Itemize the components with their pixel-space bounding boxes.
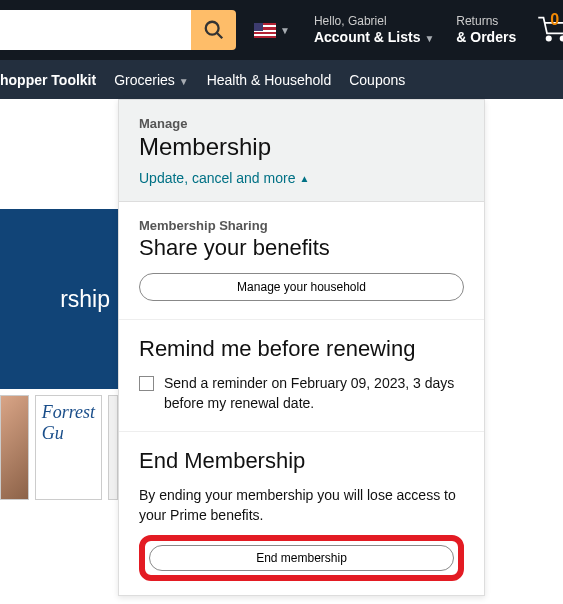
- cart-icon-wrap: 0: [536, 14, 563, 46]
- search-icon: [203, 19, 225, 41]
- thumbnail-2[interactable]: Forrest Gu: [35, 395, 102, 500]
- chevron-up-icon: ▲: [299, 173, 309, 184]
- search-input[interactable]: [0, 10, 191, 50]
- nav-item-groceries[interactable]: Groceries ▼: [114, 72, 188, 88]
- nav-item-health[interactable]: Health & Household: [207, 72, 332, 88]
- remind-section: Remind me before renewing Send a reminde…: [119, 320, 484, 432]
- header-bar: ▼ Hello, Gabriel Account & Lists ▼ Retur…: [0, 0, 563, 60]
- share-label: Membership Sharing: [139, 218, 464, 233]
- returns-orders[interactable]: Returns & Orders: [450, 14, 522, 45]
- nav-bar: hopper Toolkit Groceries ▼ Health & Hous…: [0, 60, 563, 99]
- svg-line-1: [216, 33, 222, 39]
- account-lists-label: Account & Lists ▼: [314, 29, 434, 46]
- manage-label: Manage: [139, 116, 464, 131]
- account-menu[interactable]: Hello, Gabriel Account & Lists ▼: [308, 14, 440, 45]
- search-button[interactable]: [191, 10, 236, 50]
- thumbnail-3[interactable]: [108, 395, 118, 500]
- search-wrap: [0, 10, 236, 50]
- svg-point-0: [205, 22, 218, 35]
- share-title: Share your benefits: [139, 235, 464, 261]
- remind-text: Send a reminder on February 09, 2023, 3 …: [164, 374, 464, 413]
- us-flag-icon: [254, 23, 276, 38]
- chevron-down-icon: ▼: [424, 33, 434, 44]
- share-section: Membership Sharing Share your benefits M…: [119, 202, 484, 320]
- end-membership-button[interactable]: End membership: [149, 545, 454, 571]
- greeting-text: Hello, Gabriel: [314, 14, 434, 28]
- left-background: rship Forrest Gu: [0, 99, 118, 604]
- manage-household-button[interactable]: Manage your household: [139, 273, 464, 301]
- thumbnail-row: Forrest Gu: [0, 395, 118, 500]
- remind-checkbox[interactable]: [139, 376, 154, 391]
- svg-point-2: [547, 36, 551, 40]
- panel-header: Manage Membership Update, cancel and mor…: [119, 100, 484, 202]
- end-section: End Membership By ending your membership…: [119, 432, 484, 595]
- update-cancel-link[interactable]: Update, cancel and more ▲: [139, 170, 309, 186]
- remind-title: Remind me before renewing: [139, 336, 464, 362]
- update-cancel-text: Update, cancel and more: [139, 170, 295, 186]
- membership-panel: Manage Membership Update, cancel and mor…: [118, 99, 485, 596]
- returns-bottom: & Orders: [456, 29, 516, 46]
- chevron-down-icon: ▼: [179, 76, 189, 87]
- banner-text: rship: [60, 286, 110, 313]
- nav-item-toolkit[interactable]: hopper Toolkit: [0, 72, 96, 88]
- content-area: rship Forrest Gu Manage Membership Updat…: [0, 99, 563, 604]
- end-highlight: End membership: [139, 535, 464, 581]
- thumbnail-1[interactable]: [0, 395, 29, 500]
- nav-item-coupons[interactable]: Coupons: [349, 72, 405, 88]
- cart-count: 0: [550, 11, 559, 29]
- locale-selector[interactable]: ▼: [246, 23, 298, 38]
- end-title: End Membership: [139, 448, 464, 474]
- end-description: By ending your membership you will lose …: [139, 486, 464, 525]
- manage-title: Membership: [139, 133, 464, 161]
- banner-panel: rship: [0, 209, 118, 389]
- cart-link[interactable]: 0 Cart: [532, 14, 563, 46]
- chevron-down-icon: ▼: [280, 25, 290, 36]
- returns-top: Returns: [456, 14, 516, 28]
